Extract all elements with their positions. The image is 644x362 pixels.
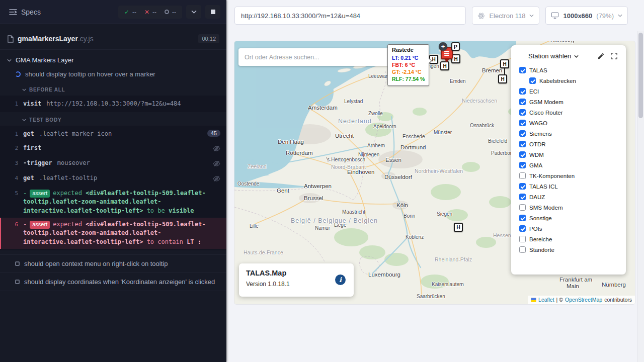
- command-row[interactable]: 6-assertexpected <div#leaflet-tooltip-50…: [0, 218, 226, 249]
- station-checkbox-row[interactable]: GSM Modem: [518, 97, 619, 107]
- test-stats: ✓ -- ✕ -- --: [118, 6, 182, 19]
- station-checkbox[interactable]: [519, 194, 526, 200]
- chevron-down-icon: [529, 14, 534, 17]
- command-row[interactable]: 3-triggermouseover: [0, 156, 226, 171]
- edit-pencil-icon[interactable]: [597, 52, 605, 60]
- station-checkbox-row[interactable]: Bereiche: [518, 234, 619, 244]
- section-title: TEST BODY: [29, 117, 61, 123]
- command-row[interactable]: 5-assertexpected <div#leaflet-tooltip-50…: [0, 187, 226, 218]
- screen: Specs ✓ -- ✕ -- --: [0, 0, 644, 362]
- station-checkbox[interactable]: [519, 236, 526, 242]
- command-row[interactable]: 1get.leaflet-marker-icon45: [0, 127, 226, 141]
- station-checkbox-row[interactable]: Sonstige: [518, 213, 619, 223]
- expand-icon[interactable]: [610, 52, 618, 60]
- cluster-expand-button[interactable]: +: [439, 42, 447, 51]
- tooltip-measurement: RLF: 77.54 %: [392, 75, 425, 82]
- station-checkbox-row[interactable]: DAUZ: [518, 192, 619, 202]
- station-checkbox[interactable]: [519, 151, 526, 158]
- element-count-badge: 45: [207, 130, 220, 137]
- station-checkbox-row[interactable]: SMS Modem: [518, 202, 619, 213]
- station-marker[interactable]: H: [454, 223, 463, 232]
- station-checkbox[interactable]: [519, 246, 526, 253]
- active-test-row[interactable]: should display tooltip on hover over a m…: [0, 67, 226, 82]
- station-checkbox[interactable]: [519, 162, 526, 168]
- assert-text: visible: [169, 207, 194, 214]
- station-checkbox[interactable]: [519, 109, 526, 116]
- pending-tests: should open context menu on right-click …: [0, 254, 226, 291]
- station-label: Cisco Router: [529, 110, 562, 116]
- info-icon[interactable]: i: [335, 275, 346, 285]
- child-command-dash: -: [23, 221, 27, 228]
- station-checkbox-row[interactable]: WAGO: [518, 118, 619, 128]
- station-checkbox[interactable]: [519, 141, 526, 147]
- station-checkbox[interactable]: [519, 225, 526, 232]
- station-checkbox-row[interactable]: Siemens: [518, 128, 619, 139]
- station-label: WDM: [529, 152, 544, 158]
- collapse-preview-button[interactable]: [186, 5, 201, 19]
- scrollbar-thumb[interactable]: [638, 33, 643, 118]
- station-checkbox[interactable]: [519, 215, 526, 221]
- station-checkbox-row[interactable]: POIs: [518, 223, 619, 234]
- station-checkbox-row[interactable]: GMA: [518, 160, 619, 170]
- browser-select[interactable]: Electron 118: [472, 7, 539, 25]
- assert-text: to be: [143, 207, 169, 214]
- assert-text: LT :: [187, 238, 201, 245]
- station-checkbox[interactable]: [519, 67, 526, 73]
- station-marker[interactable]: H: [498, 74, 507, 83]
- command-list: 1visithttp://192.168.10.33:3000/?m=12&u=…: [0, 96, 226, 112]
- station-checkbox[interactable]: [519, 172, 526, 179]
- station-tooltip[interactable]: Rastede LT: 0.21 °CFBT: 6 °CGT: -2.14 °C…: [387, 44, 429, 86]
- stop-button[interactable]: [205, 5, 220, 19]
- search-placeholder: Ort oder Adresse suchen...: [245, 54, 319, 61]
- station-checkbox[interactable]: [519, 120, 526, 126]
- command-row[interactable]: 1visithttp://192.168.10.33:3000/?m=12&u=…: [0, 97, 226, 111]
- section-header[interactable]: TEST BODY: [0, 112, 226, 126]
- p-marker[interactable]: P: [451, 42, 460, 51]
- specs-menu-button[interactable]: Specs: [6, 6, 44, 18]
- spec-name: gmaMarkersLayer: [18, 35, 78, 43]
- station-checkbox[interactable]: [529, 77, 536, 84]
- command-number: 1: [1, 130, 23, 137]
- page-scrollbar[interactable]: [637, 31, 644, 362]
- station-checkbox-row[interactable]: Kabelstrecken: [518, 75, 619, 86]
- command-row[interactable]: 2first: [0, 141, 226, 156]
- url-input[interactable]: http://192.168.10.33:3000/?m=12&u=484: [234, 7, 466, 25]
- spec-header[interactable]: gmaMarkersLayer.cy.js 00:12: [0, 28, 226, 50]
- station-label: GMA: [529, 162, 542, 168]
- viewport-zoom: (79%): [596, 12, 614, 20]
- pending-test-row[interactable]: should display coordinates when 'Koordin…: [0, 273, 226, 291]
- viewport-select[interactable]: 1000x660 (79%): [545, 7, 628, 25]
- station-marker[interactable]: H: [440, 61, 449, 70]
- suite-title: GMA Markers Layer: [16, 56, 74, 64]
- station-checkbox-row[interactable]: WDM: [518, 149, 619, 160]
- station-checkbox-row[interactable]: TALAS: [518, 65, 619, 75]
- station-panel-header: Station wählen: [518, 51, 619, 65]
- command-row[interactable]: 4get.leaflet-tooltip: [0, 171, 226, 187]
- station-checkbox-row[interactable]: ECI: [518, 86, 619, 97]
- station-checkbox-row[interactable]: Cisco Router: [518, 107, 619, 118]
- leaflet-link[interactable]: Leaflet: [538, 297, 554, 303]
- check-icon: ✓: [124, 9, 129, 16]
- station-checkbox-row[interactable]: OTDR: [518, 139, 619, 149]
- command-body: -triggermouseover: [23, 159, 209, 167]
- app-under-test-map[interactable]: HamburgBremenGroningenLeeuwardenEmdenNie…: [234, 41, 635, 304]
- station-checkbox[interactable]: [519, 88, 526, 95]
- openstreetmap-link[interactable]: OpenStreetMap: [565, 297, 602, 303]
- station-checkbox-row[interactable]: TK-Komponenten: [518, 170, 619, 181]
- station-checkbox-row[interactable]: Standorte: [518, 244, 619, 255]
- section-title: BEFORE ALL: [29, 87, 65, 93]
- section-header[interactable]: BEFORE ALL: [0, 82, 226, 96]
- suite-row[interactable]: GMA Markers Layer: [0, 50, 226, 67]
- command-method: get: [23, 130, 34, 137]
- station-checkbox[interactable]: [519, 130, 526, 137]
- station-checkbox[interactable]: [519, 204, 526, 211]
- station-label: Siemens: [529, 131, 552, 137]
- chevron-down-icon: [618, 14, 622, 17]
- station-select-dropdown[interactable]: Station wählen: [528, 52, 579, 60]
- station-checkbox-row[interactable]: TALAS ICL: [518, 181, 619, 192]
- station-checkbox[interactable]: [519, 183, 526, 190]
- address-search-input[interactable]: Ort oder Adresse suchen...: [238, 48, 389, 66]
- pending-test-row[interactable]: should open context menu on right-click …: [0, 254, 226, 273]
- station-checkbox[interactable]: [519, 99, 526, 105]
- station-label: GSM Modem: [529, 99, 564, 105]
